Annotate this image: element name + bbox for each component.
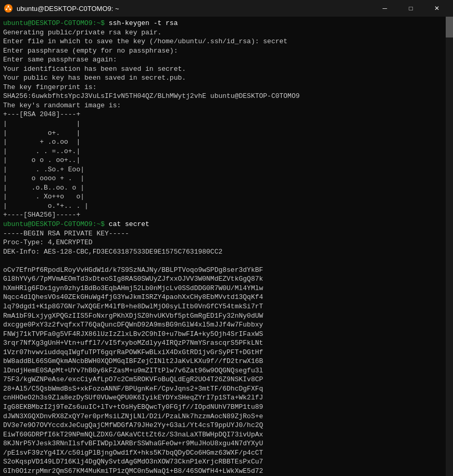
title-bar: ubuntu@DESKTOP-C0TOMO9: ~ ─ □ ✕ xyxy=(0,0,453,17)
title-bar-left: ubuntu@DESKTOP-C0TOMO9: ~ xyxy=(4,4,119,12)
prompt-1: ubuntu@DESKTOP-C0TOMO9:~$ xyxy=(3,19,105,27)
terminal-window: ubuntu@DESKTOP-C0TOMO9: ~ ─ □ ✕ ubuntu@D… xyxy=(0,0,453,476)
cmd-1: ssh-keygen -t rsa xyxy=(105,19,178,27)
terminal-content: ubuntu@DESKTOP-C0TOMO9:~$ ssh-keygen -t … xyxy=(3,19,450,476)
maximize-button[interactable]: □ xyxy=(399,0,423,17)
terminal-output: ubuntu@DESKTOP-C0TOMO9:~$ ssh-keygen -t … xyxy=(3,19,443,476)
close-button[interactable]: ✕ xyxy=(425,0,449,17)
ubuntu-icon xyxy=(4,4,12,12)
prompt-2: ubuntu@DESKTOP-C0TOMO9:~$ xyxy=(3,220,105,228)
svg-point-2 xyxy=(9,9,11,10)
scrollbar-thumb[interactable] xyxy=(446,17,453,37)
cmd-2: cat secret xyxy=(105,220,149,228)
window-title: ubuntu@DESKTOP-C0TOMO9: ~ xyxy=(17,5,119,12)
title-bar-controls: ─ □ ✕ xyxy=(373,0,449,17)
minimize-button[interactable]: ─ xyxy=(373,0,397,17)
scrollbar[interactable] xyxy=(446,17,453,476)
svg-point-3 xyxy=(6,9,7,10)
svg-point-1 xyxy=(8,6,9,7)
terminal-area[interactable]: ubuntu@DESKTOP-C0TOMO9:~$ ssh-keygen -t … xyxy=(0,17,453,476)
